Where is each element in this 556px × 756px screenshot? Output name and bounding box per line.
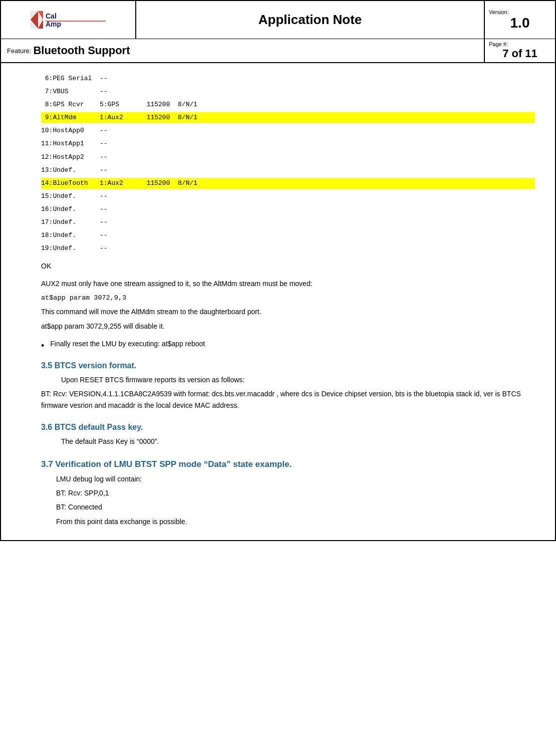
code-line-19: 19:Undef. -- [41,243,535,254]
svg-text:Cal: Cal [46,12,57,20]
code-line-12: 12:HostApp2 -- [41,152,535,163]
feature-title: Bluetooth Support [33,44,130,57]
aux2-para2: This command will move the AltMdm stream… [41,306,535,317]
main-content: 6:PEG Serial -- 7:VBUS -- 8:GPS Rcvr 5:G… [0,63,556,541]
page-block: Page #: 7 of 11 [485,39,555,62]
code-line-14: 14:BlueTooth 1:Aux2 115200 8/N/1 [41,178,535,189]
page-number: 7 of 11 [502,47,537,60]
logo-area: Cal Amp [1,1,136,39]
section35-bt-line: BT: Rcv: VERSION,4.1.1.1CBA8C2A9539 with… [41,388,535,411]
page-label: Page #: [489,41,508,47]
sub-header: Feature: Bluetooth Support Page #: 7 of … [0,39,556,63]
bullet-icon: • [41,341,44,351]
section37-line3: From this point data exchange is possibl… [41,516,535,527]
code-line-11: 11:HostApp1 -- [41,138,535,149]
code-line-13: 13:Undef. -- [41,165,535,176]
version-label: Version: [489,9,509,15]
version-block: Version: 1.0 [485,1,555,39]
section35-para1: Upon RESET BTCS firmware reports its ver… [61,374,535,385]
section36-para: The default Pass Key is “0000”. [61,436,535,447]
code-listing: 6:PEG Serial -- 7:VBUS -- 8:GPS Rcvr 5:G… [41,73,535,254]
ok-text: OK [41,262,535,270]
feature-label: Feature: [7,47,31,55]
aux2-block: AUX2 must only have one stream assigned … [41,278,535,332]
section37-para1: LMU debug log will contain: [41,473,535,484]
code-line-15: 15:Undef. -- [41,191,535,202]
section35-heading: 3.5 BTCS version format. [41,361,535,370]
document-title: Application Note [136,1,485,39]
aux2-para1: AUX2 must only have one stream assigned … [41,278,535,289]
section36-content: The default Pass Key is “0000”. [41,436,535,447]
code-line-10: 10:HostApp0 -- [41,125,535,136]
section37-content: LMU debug log will contain: BT: Rcv: SPP… [41,473,535,528]
code-line-7: 7:VBUS -- [41,86,535,97]
aux2-command1: at$app param 3072,9,3 [41,293,535,304]
page-header: Cal Amp Application Note Version: 1.0 [0,0,556,39]
code-line-9: 9:AltMdm 1:Aux2 115200 8/N/1 [41,112,535,123]
code-line-6: 6:PEG Serial -- [41,73,535,84]
section37-line2: BT: Connected [41,501,535,513]
feature-block: Feature: Bluetooth Support [1,39,485,62]
calamp-logo: Cal Amp [28,9,108,31]
code-line-16: 16:Undef. -- [41,204,535,215]
section35-content: Upon RESET BTCS firmware reports its ver… [41,374,535,385]
aux2-command2: at$app param 3072,9,255 will disable it. [41,321,535,332]
section36-heading: 3.6 BTCS default Pass key. [41,423,535,432]
code-line-17: 17:Undef. -- [41,217,535,228]
bullet-reset: • Finally reset the LMU by executing: at… [41,340,535,351]
section37-heading: 3.7 Verification of LMU BTST SPP mode “D… [41,459,535,469]
code-line-18: 18:Undef. -- [41,230,535,241]
code-line-8: 8:GPS Rcvr 5:GPS 115200 8/N/1 [41,99,535,110]
bullet-text: Finally reset the LMU by executing: at$a… [50,340,205,348]
section37-line1: BT: Rcv: SPP,0,1 [41,487,535,498]
version-number: 1.0 [510,15,530,31]
